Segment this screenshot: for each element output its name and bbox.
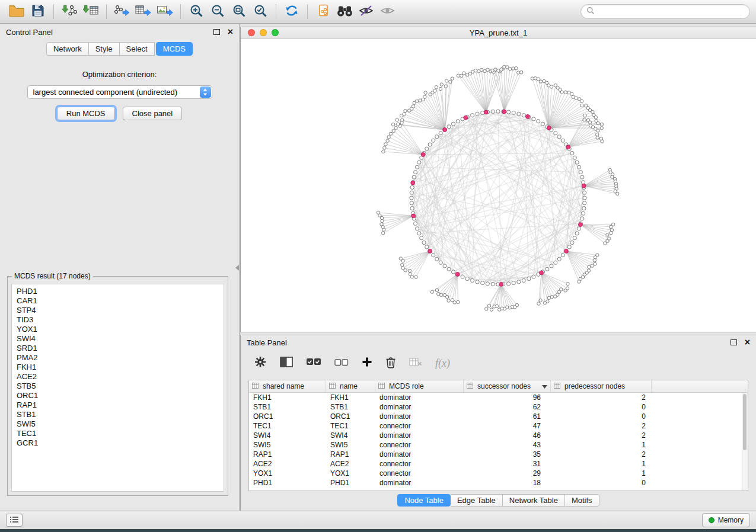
network-window-titlebar[interactable]: YPA_prune.txt_1 bbox=[241, 27, 756, 39]
table-row[interactable]: SWI5SWI5connector431 bbox=[249, 440, 748, 450]
maximize-window-button[interactable] bbox=[272, 29, 279, 36]
column-attribute-icon bbox=[467, 382, 473, 390]
table-cell: 1 bbox=[551, 469, 652, 477]
mcds-result-item[interactable]: PHD1 bbox=[17, 287, 224, 296]
float-panel-icon[interactable] bbox=[731, 339, 737, 345]
criterion-dropdown[interactable]: largest connected component (undirected) bbox=[27, 85, 212, 99]
open-session-button[interactable] bbox=[6, 2, 27, 21]
table-row[interactable]: ACE2ACE2connector311 bbox=[249, 459, 748, 469]
table-panel-title: Table Panel bbox=[247, 338, 287, 347]
column-attribute-icon bbox=[378, 382, 385, 390]
mcds-result-item[interactable]: CAR1 bbox=[17, 296, 224, 306]
minimize-window-button[interactable] bbox=[260, 29, 267, 36]
main-toolbar bbox=[0, 0, 756, 24]
tab-network[interactable]: Network bbox=[46, 42, 89, 56]
network-window: YPA_prune.txt_1 bbox=[240, 27, 756, 332]
table-row[interactable]: RAP1RAP1dominator352 bbox=[249, 450, 748, 459]
column-header-successor-nodes[interactable]: successor nodes bbox=[464, 380, 551, 392]
mcds-result-item[interactable]: STB5 bbox=[17, 382, 224, 391]
mcds-result-item[interactable]: TEC1 bbox=[17, 429, 224, 438]
status-menu-button[interactable] bbox=[6, 514, 23, 527]
zoom-out-button[interactable] bbox=[207, 2, 228, 21]
panel-collapse-handle[interactable] bbox=[235, 265, 239, 271]
network-search-box[interactable] bbox=[580, 4, 750, 19]
mcds-result-item[interactable]: ORC1 bbox=[17, 391, 224, 400]
close-panel-icon[interactable]: × bbox=[745, 338, 750, 347]
table-row[interactable]: YOX1YOX1connector291 bbox=[249, 469, 748, 478]
select-all-columns-button[interactable] bbox=[306, 358, 321, 368]
mcds-result-item[interactable]: ACE2 bbox=[17, 372, 224, 382]
mcds-result-item[interactable]: SRD1 bbox=[17, 344, 224, 353]
table-scrollbar[interactable] bbox=[742, 393, 748, 491]
mcds-result-item[interactable]: RAP1 bbox=[17, 400, 224, 410]
table-cell: TEC1 bbox=[326, 422, 375, 430]
table-row[interactable]: SWI4SWI4dominator462 bbox=[249, 431, 748, 440]
search-input[interactable] bbox=[598, 7, 744, 17]
export-network-button[interactable] bbox=[111, 2, 133, 21]
mcds-result-item[interactable]: GCR1 bbox=[17, 438, 224, 448]
network-canvas[interactable] bbox=[241, 39, 756, 332]
table-panel-tabs: Node Table Edge Table Network Table Moti… bbox=[241, 494, 756, 507]
mcds-result-item[interactable]: SWI4 bbox=[17, 334, 224, 344]
table-cell: connector bbox=[375, 469, 464, 477]
table-cell: 46 bbox=[464, 431, 551, 440]
column-header-shared-name[interactable]: shared name bbox=[249, 380, 326, 392]
refresh-view-button[interactable] bbox=[281, 2, 302, 21]
close-panel-icon[interactable]: × bbox=[228, 27, 233, 37]
network-canvas-svg[interactable] bbox=[241, 39, 755, 332]
close-panel-button[interactable]: Close panel bbox=[123, 107, 183, 120]
show-hidden-button[interactable] bbox=[377, 2, 398, 21]
column-header-filler bbox=[652, 380, 748, 392]
tab-select[interactable]: Select bbox=[120, 42, 155, 56]
mcds-result-item[interactable]: YOX1 bbox=[17, 325, 224, 334]
close-window-button[interactable] bbox=[248, 29, 255, 36]
table-row[interactable]: STB1STB1dominator620 bbox=[249, 402, 748, 412]
table-row[interactable]: ORC1ORC1dominator610 bbox=[249, 412, 748, 421]
import-table-file-button[interactable] bbox=[80, 2, 101, 21]
float-panel-icon[interactable] bbox=[213, 29, 220, 35]
delete-column-button[interactable] bbox=[385, 356, 396, 371]
run-mcds-button[interactable]: Run MCDS bbox=[57, 107, 115, 120]
show-columns-button[interactable] bbox=[280, 357, 293, 370]
mcds-result-item[interactable]: SWI5 bbox=[17, 419, 224, 429]
share-document-button[interactable] bbox=[312, 2, 334, 21]
save-session-button[interactable] bbox=[27, 2, 49, 21]
column-header-mcds-role[interactable]: MCDS role bbox=[375, 380, 464, 392]
tab-edge-table[interactable]: Edge Table bbox=[451, 494, 503, 507]
table-row[interactable]: FKH1FKH1dominator962 bbox=[249, 393, 748, 402]
search-network-button[interactable] bbox=[334, 2, 355, 21]
mcds-result-item[interactable]: STP4 bbox=[17, 306, 224, 315]
hide-selected-button[interactable] bbox=[355, 2, 377, 21]
import-network-file-button[interactable] bbox=[59, 2, 80, 21]
tab-node-table[interactable]: Node Table bbox=[397, 494, 451, 507]
eye-slash-icon bbox=[358, 4, 374, 20]
mcds-result-item[interactable]: TID3 bbox=[17, 315, 224, 325]
mcds-result-item[interactable]: FKH1 bbox=[17, 363, 224, 372]
table-settings-button[interactable] bbox=[254, 355, 267, 371]
column-header-name[interactable]: name bbox=[326, 380, 375, 392]
table-cell: STB1 bbox=[326, 403, 375, 411]
zoom-fit-button[interactable] bbox=[228, 2, 250, 21]
scrollbar-thumb[interactable] bbox=[743, 394, 747, 450]
export-table-button[interactable] bbox=[133, 2, 154, 21]
mcds-result-item[interactable]: STB1 bbox=[17, 410, 224, 419]
toolbar-separator bbox=[180, 4, 181, 19]
zoom-in-button[interactable] bbox=[186, 2, 207, 21]
table-row[interactable]: PHD1PHD1dominator180 bbox=[249, 478, 748, 488]
sort-descending-icon bbox=[542, 382, 547, 390]
create-column-button[interactable] bbox=[362, 357, 372, 370]
memory-button[interactable]: Memory bbox=[702, 513, 750, 527]
column-attribute-icon bbox=[329, 382, 336, 390]
tab-motifs[interactable]: Motifs bbox=[565, 494, 599, 507]
mcds-result-item[interactable]: PMA2 bbox=[17, 353, 224, 363]
list-icon bbox=[9, 515, 19, 525]
table-row[interactable]: TEC1TEC1connector472 bbox=[249, 421, 748, 431]
export-image-button[interactable] bbox=[154, 2, 176, 21]
column-header-predecessor-nodes[interactable]: predecessor nodes bbox=[551, 380, 652, 392]
unselect-all-columns-button[interactable] bbox=[334, 358, 349, 368]
zoom-selected-button[interactable] bbox=[250, 2, 271, 21]
mcds-result-list[interactable]: PHD1CAR1STP4TID3YOX1SWI4SRD1PMA2FKH1ACE2… bbox=[11, 284, 224, 492]
tab-style[interactable]: Style bbox=[89, 42, 120, 56]
tab-network-table[interactable]: Network Table bbox=[503, 494, 565, 507]
tab-mcds[interactable]: MCDS bbox=[156, 42, 193, 56]
